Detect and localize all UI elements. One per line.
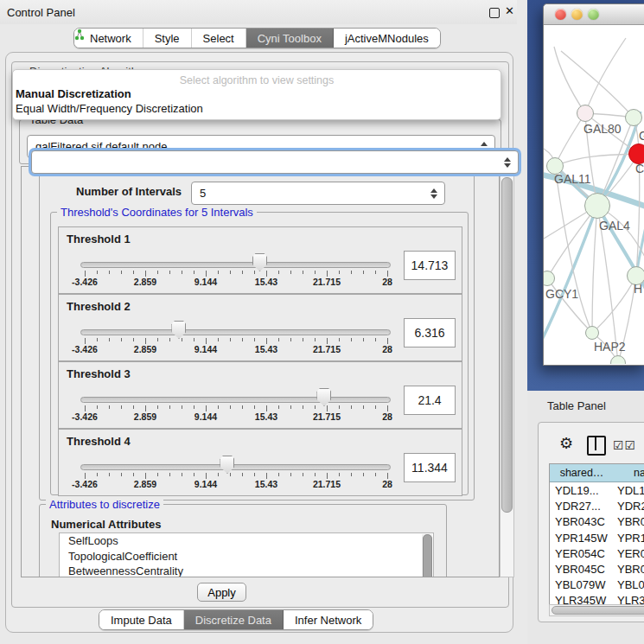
tab-network[interactable]: Network [74, 29, 143, 48]
slider-tick [157, 271, 158, 274]
table-cell[interactable]: YLR345W [555, 594, 606, 604]
table-cell[interactable]: YBR0 [617, 563, 644, 578]
table-panel-section: Table Panel ⚙ ☑☑ shared…naYDL19...YDL1YD… [527, 391, 644, 644]
threshold-value-field[interactable]: 21.4 [404, 386, 456, 415]
node-gal4[interactable] [584, 193, 610, 219]
slider-tick [327, 338, 328, 344]
algorithm-option-1[interactable]: Manual Discretization [16, 87, 131, 100]
slider-tick [387, 338, 388, 344]
slider-track[interactable] [80, 397, 391, 403]
slider-tick-label: 9.144 [185, 479, 226, 489]
table-cell[interactable]: YPR145W [555, 532, 608, 547]
bottom-tab-label: Impute Data [111, 614, 172, 627]
attribute-list-item[interactable]: SelfLoops [60, 533, 433, 549]
algorithm-option-2[interactable]: Equal Width/Frequency Discretization [16, 102, 203, 115]
column-header-2[interactable]: na [614, 464, 644, 482]
minimize-traffic-light-icon[interactable] [571, 9, 583, 20]
table-horizontal-scrollbar[interactable] [549, 604, 644, 616]
slider-tick [157, 338, 158, 341]
discretize-data-pane: Discretization Algorithm Table Data galF… [11, 61, 509, 608]
network-window-titlebar[interactable] [544, 4, 644, 25]
node-hap2[interactable] [585, 326, 599, 340]
slider-thumb[interactable] [171, 321, 186, 339]
slider-tick-label: 2.859 [124, 277, 166, 287]
gear-icon[interactable]: ⚙ [559, 436, 573, 451]
slider-tick [218, 271, 219, 274]
tab-label: jActiveMNodules [345, 32, 429, 45]
threshold-value-field[interactable]: 6.316 [404, 318, 456, 348]
number-of-intervals-spinner[interactable]: 5 [191, 182, 445, 205]
slider-thumb[interactable] [316, 388, 331, 406]
table-cell[interactable]: YDR2 [617, 500, 644, 515]
tab-select[interactable]: Select [192, 29, 246, 48]
slider-tick-label: 9.144 [185, 277, 226, 287]
slider-tick [218, 338, 219, 341]
slider-tick [206, 271, 207, 277]
table-cell[interactable]: YBL0 [617, 578, 644, 594]
slider-tick [182, 338, 182, 341]
table-cell[interactable]: YBR0 [617, 515, 644, 531]
panel-splitter[interactable] [517, 0, 527, 644]
numerical-attributes-heading: Numerical Attributes [51, 518, 161, 531]
numerical-attributes-list[interactable]: SelfLoopsTopologicalCoefficientBetweenne… [59, 532, 434, 577]
tab-jactivemnodules[interactable]: jActiveMNodules [334, 29, 440, 48]
slider-tick [242, 271, 243, 274]
tab-cyni-toolbox[interactable]: Cyni Toolbox [246, 29, 334, 48]
network-view[interactable]: GAL80GACGAL11GAL4GCY1HHAP2 [544, 25, 644, 364]
table-cell[interactable]: YBR045C [555, 563, 605, 578]
float-window-icon[interactable] [489, 8, 500, 18]
slider-tick [230, 473, 231, 476]
split-columns-icon[interactable] [587, 436, 606, 456]
slider-tick [230, 271, 231, 274]
table-cell[interactable]: YLR3 [617, 594, 644, 604]
threshold-panel-1: Threshold 1-3.4262.8599.14415.4321.71528… [58, 226, 462, 294]
zoom-traffic-light-icon[interactable] [588, 9, 599, 20]
apply-button[interactable]: Apply [197, 583, 246, 602]
node-label: GA [639, 129, 644, 143]
table-horizontal-scrollbar-thumb[interactable] [552, 606, 644, 615]
threshold-value-field[interactable]: 14.713 [404, 251, 456, 280]
bottom-tab-discretize-data[interactable]: Discretize Data [184, 610, 284, 629]
select-columns-checkbox-icons[interactable]: ☑☑ [613, 438, 636, 452]
thresholds-group-title: Threshold's Coordinates for 5 Intervals [57, 206, 257, 219]
table-cell[interactable]: YBL079W [555, 578, 606, 594]
close-traffic-light-icon[interactable] [555, 9, 566, 20]
table-cell[interactable]: YPR1 [617, 532, 644, 547]
table-cell[interactable]: YDL1 [617, 484, 644, 500]
slider-tick [266, 338, 267, 344]
attributes-scrollbar-thumb[interactable] [423, 534, 432, 577]
node-top-right[interactable] [625, 109, 642, 126]
table-cell[interactable]: YBR043C [555, 515, 605, 531]
slider-thumb[interactable] [220, 456, 234, 474]
slider-tick [121, 473, 122, 476]
table-cell[interactable]: YER054C [555, 547, 605, 563]
slider-tick-label: 21.715 [306, 479, 348, 489]
table-cell[interactable]: YDR27... [555, 500, 601, 515]
slider-tick-label: 15.43 [245, 344, 287, 354]
attribute-list-item[interactable]: BetweennessCentrality [60, 564, 433, 577]
table-cell[interactable]: YER0 [617, 547, 644, 563]
algorithm-combo[interactable] [31, 150, 519, 174]
node-label: HAP2 [594, 340, 626, 354]
algorithm-popup-hint: Select algorithm to view settings [13, 74, 501, 86]
slider-tick [182, 405, 182, 409]
slider-track[interactable] [80, 464, 391, 470]
slider-tick [85, 473, 86, 479]
bottom-tab-infer-network[interactable]: Infer Network [284, 610, 373, 629]
slider-track[interactable] [80, 262, 391, 268]
node-gal80[interactable] [577, 105, 594, 122]
main-scrollbar-thumb[interactable] [501, 177, 513, 513]
attributes-scrollbar[interactable] [422, 534, 432, 577]
table-cell[interactable]: YDL19... [555, 484, 599, 500]
column-header-1[interactable]: shared… [550, 464, 615, 482]
main-scrollbar[interactable] [500, 166, 514, 577]
attribute-list-item[interactable]: TopologicalCoefficient [60, 549, 433, 564]
bottom-tab-impute-data[interactable]: Impute Data [99, 610, 184, 629]
tab-style[interactable]: Style [143, 29, 192, 48]
cyni-toolbox-panel: Discretization Algorithm Table Data galF… [5, 52, 513, 633]
slider-track[interactable] [80, 329, 391, 335]
threshold-value-field[interactable]: 11.344 [404, 453, 456, 482]
slider-thumb[interactable] [252, 253, 267, 271]
node-table[interactable]: shared…naYDL19...YDL1YDR27...YDR2YBR043C… [549, 463, 644, 604]
close-icon[interactable]: ✕ [505, 4, 514, 17]
